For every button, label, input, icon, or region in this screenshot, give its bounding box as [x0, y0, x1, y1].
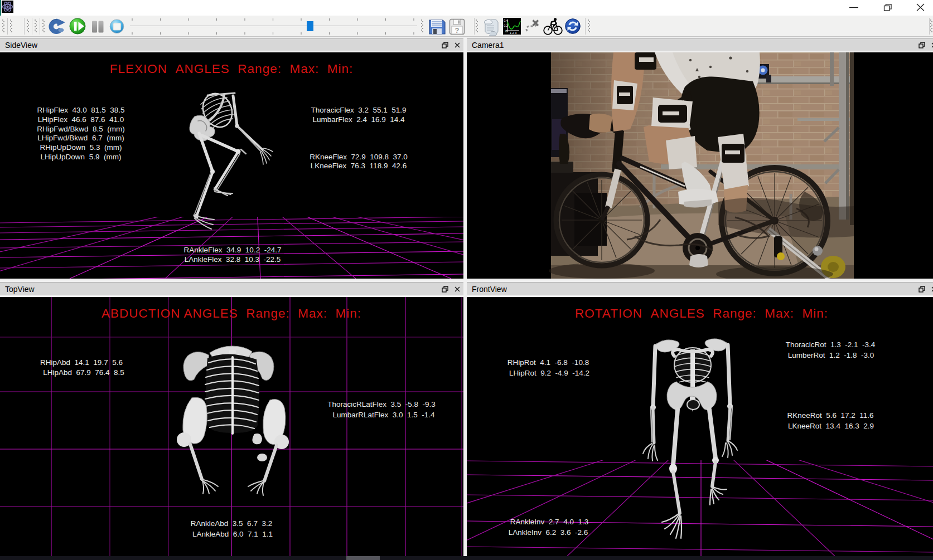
svg-text:ThoracicRot 1.3 -2.1 -3.4: ThoracicRot 1.3 -2.1 -3.4 [786, 340, 876, 349]
svg-text:LKneeFlex 76.3 118.9 42.6: LKneeFlex 76.3 118.9 42.6 [311, 162, 407, 170]
svg-text:0: 0 [505, 30, 507, 33]
svg-text:LumberRot 1.2 -1.8 -3.0: LumberRot 1.2 -1.8 -3.0 [788, 351, 874, 359]
svg-text:0.4: 0.4 [504, 19, 508, 22]
svg-text:?: ? [455, 26, 460, 35]
svg-text:LHipRot 9.2 -4.9 -14.2: LHipRot 9.2 -4.9 -14.2 [509, 369, 589, 377]
svg-text:RHipUpDown 5.3 (mm): RHipUpDown 5.3 (mm) [40, 143, 122, 152]
svg-text:RAnkleInv 2.7 4.0 1.3: RAnkleInv 2.7 4.0 1.3 [510, 518, 588, 526]
svg-text:LHipFwd/Bkwd 6.7 (mm): LHipFwd/Bkwd 6.7 (mm) [37, 134, 124, 142]
svg-text:RKneeRot 5.6 17.2 11.6: RKneeRot 5.6 17.2 11.6 [787, 411, 873, 420]
svg-text:RAnkleAbd 3.5 6.7 3.2: RAnkleAbd 3.5 6.7 3.2 [191, 519, 272, 528]
svg-text:ThoracicFlex 3.2 55.1 51.9: ThoracicFlex 3.2 55.1 51.9 [311, 106, 406, 114]
svg-text:RAnkleFlex 34.9 10.2 -24.7: RAnkleFlex 34.9 10.2 -24.7 [184, 246, 282, 254]
svg-text:1 2 3: 1 2 3 [510, 31, 516, 35]
svg-text:FLEXION ANGLES Range: Max:: FLEXION ANGLES Range: Max: Min: [110, 62, 353, 76]
svg-text:0.2: 0.2 [504, 24, 508, 27]
svg-text:LAnkleFlex 32.8 10.3 -22.5: LAnkleFlex 32.8 10.3 -22.5 [185, 255, 281, 264]
svg-text:RHipFlex 43.0 81.5 38.5: RHipFlex 43.0 81.5 38.5 [37, 106, 125, 114]
svg-text:RHipAbd 14.1 19.7 5.6: RHipAbd 14.1 19.7 5.6 [40, 358, 123, 367]
svg-text:ABDUCTION ANGLES Range: Max:: ABDUCTION ANGLES Range: Max: Min: [101, 306, 361, 320]
svg-text:ROTATION ANGLES Range: Max:: ROTATION ANGLES Range: Max: Min: [575, 306, 828, 320]
svg-text:LKneeRot 13.4 16.3 2.9: LKneeRot 13.4 16.3 2.9 [788, 422, 874, 430]
svg-text:LAnkleAbd 6.0 7.1 1.1: LAnkleAbd 6.0 7.1 1.1 [192, 530, 273, 538]
svg-text:LHipFlex 46.6 87.6 41.0: LHipFlex 46.6 87.6 41.0 [38, 115, 124, 124]
svg-text:LHipUpDown 5.9 (mm): LHipUpDown 5.9 (mm) [41, 153, 122, 161]
svg-text:RHipFwd/Bkwd 8.5 (mm): RHipFwd/Bkwd 8.5 (mm) [37, 125, 125, 133]
svg-text:LHipAbd 67.9 76.4 8.5: LHipAbd 67.9 76.4 8.5 [43, 368, 124, 377]
svg-text:RKneeFlex 72.9 109.8 37.0: RKneeFlex 72.9 109.8 37.0 [310, 153, 408, 161]
svg-text:LumbarFlex 2.4 16.9 14.4: LumbarFlex 2.4 16.9 14.4 [312, 115, 405, 124]
svg-text:LAnkleInv 6.2 3.6 -2.6: LAnkleInv 6.2 3.6 -2.6 [509, 528, 588, 537]
svg-text:RHipRot 4.1 -6.8 -10.8: RHipRot 4.1 -6.8 -10.8 [507, 358, 589, 367]
svg-text:LumbarRLatFlex 3.0 1.5 -1.4: LumbarRLatFlex 3.0 1.5 -1.4 [332, 411, 435, 419]
svg-text:ThoracicRLatFlex 3.5 -5.8 -: ThoracicRLatFlex 3.5 -5.8 -9.3 [327, 400, 436, 408]
